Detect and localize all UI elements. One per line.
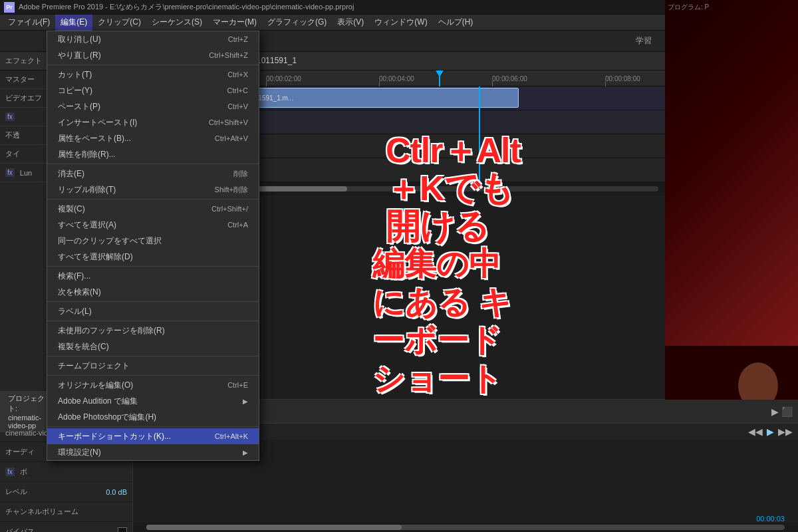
bypass-label: バイパス bbox=[5, 527, 35, 532]
dd-find[interactable]: 検索(F)... bbox=[47, 268, 259, 284]
level-label: レベル bbox=[5, 487, 27, 497]
menu-clip[interactable]: クリップ(C) bbox=[92, 15, 146, 31]
svg-rect-0 bbox=[665, 346, 798, 399]
dd-paste-attr-label: 属性をペースト(B)... bbox=[58, 133, 131, 144]
dd-remove-attr[interactable]: 属性を削除(R)... bbox=[47, 146, 259, 162]
master-label: マスター bbox=[5, 74, 35, 84]
dd-find-next-label: 次を検索(N) bbox=[58, 287, 101, 298]
right-time-display: 00:00:03 bbox=[756, 515, 785, 523]
export-button[interactable]: ⬛ bbox=[781, 406, 793, 417]
playhead-a1 bbox=[479, 110, 480, 134]
dd-ripple-delete-shortcut: Shift+削除 bbox=[215, 185, 248, 195]
ruler-mark-1: 00:00:02:00 bbox=[266, 70, 301, 86]
bypass-checkbox[interactable] bbox=[118, 527, 127, 533]
right-panel: プログラム: P 00:00:03 V3 bbox=[665, 52, 798, 399]
effects-label: エフェクト bbox=[5, 56, 42, 66]
dd-delete[interactable]: 消去(E) 削除 bbox=[47, 166, 259, 182]
playhead-track bbox=[479, 86, 480, 110]
menu-help[interactable]: ヘルプ(H) bbox=[433, 15, 479, 31]
dd-redo-shortcut: Ctrl+Shift+Z bbox=[209, 51, 248, 59]
menu-window[interactable]: ウィンドウ(W) bbox=[369, 15, 432, 31]
dd-keyboard-shortcuts-shortcut: Ctrl+Alt+K bbox=[215, 432, 248, 440]
fx-badge-bottom: fx bbox=[5, 467, 15, 476]
playhead-a2 bbox=[479, 134, 480, 158]
scrollbar-thumb[interactable] bbox=[146, 525, 402, 530]
dd-duplicate-label: 複製(C) bbox=[58, 203, 85, 215]
dd-deselect-all[interactable]: すべてを選択解除(D) bbox=[47, 249, 259, 265]
dd-select-same-clip[interactable]: 同一のクリップをすべて選択 bbox=[47, 233, 259, 249]
scrollbar-track[interactable] bbox=[146, 525, 785, 530]
ruler-mark-3: 00:00:06:00 bbox=[492, 70, 527, 86]
timeline-controls: ▶ ⬛ bbox=[771, 406, 793, 417]
dd-edit-original[interactable]: オリジナルを編集(O) Ctrl+E bbox=[47, 377, 259, 393]
dd-cut[interactable]: カット(T) Ctrl+X bbox=[47, 66, 259, 82]
play-stop[interactable]: ▶ bbox=[767, 426, 774, 437]
title-text: Adobe Premiere Pro 2019 - E:\なめらカメラ\prem… bbox=[19, 2, 354, 12]
dd-sep-8 bbox=[47, 375, 259, 376]
dd-label[interactable]: ラベル(L) bbox=[47, 303, 259, 319]
menu-marker[interactable]: マーカー(M) bbox=[207, 15, 262, 31]
playhead-arrow bbox=[436, 70, 444, 77]
dd-team-project[interactable]: チームプロジェクト bbox=[47, 358, 259, 374]
dd-consolidate[interactable]: 複製を統合(C) bbox=[47, 338, 259, 354]
video-clip-v1[interactable]: P1011591_1.m... bbox=[239, 88, 519, 108]
dd-sep-1 bbox=[47, 65, 259, 65]
lun-label: Lun bbox=[20, 169, 32, 177]
menu-graphic[interactable]: グラフィック(G) bbox=[262, 15, 332, 31]
dd-paste-shortcut: Ctrl+V bbox=[227, 102, 248, 110]
prev-frame[interactable]: ◀◀ bbox=[748, 426, 763, 437]
dd-duplicate-shortcut: Ctrl+Shift+/ bbox=[211, 205, 248, 213]
dd-redo-label: やり直し(R) bbox=[58, 50, 101, 61]
menu-file[interactable]: ファイル(F) bbox=[3, 15, 55, 31]
opacity-label: 不透 bbox=[5, 130, 20, 140]
next-frame[interactable]: ▶▶ bbox=[778, 426, 793, 437]
dd-preferences[interactable]: 環境設定(N) ▶ bbox=[47, 444, 259, 460]
dd-sep-4 bbox=[47, 266, 259, 267]
dd-copy-shortcut: Ctrl+C bbox=[227, 86, 248, 94]
dd-audition[interactable]: Adobe Audition で編集 ▶ bbox=[47, 393, 259, 409]
menu-view[interactable]: 表示(V) bbox=[332, 15, 369, 31]
dd-ripple-delete[interactable]: リップル削除(T) Shift+削除 bbox=[47, 182, 259, 198]
dd-deselect-all-label: すべてを選択解除(D) bbox=[58, 251, 133, 263]
dd-delete-unused-label: 未使用のフッテージを削除(R) bbox=[58, 325, 165, 336]
play-button[interactable]: ▶ bbox=[771, 406, 779, 417]
edit-dropdown-menu[interactable]: 取り消し(U) Ctrl+Z やり直し(R) Ctrl+Shift+Z カット(… bbox=[47, 31, 259, 461]
dd-consolidate-label: 複製を統合(C) bbox=[58, 341, 109, 352]
dd-undo[interactable]: 取り消し(U) Ctrl+Z bbox=[47, 31, 259, 47]
dd-redo[interactable]: やり直し(R) Ctrl+Shift+Z bbox=[47, 47, 259, 63]
dd-select-same-clip-label: 同一のクリップをすべて選択 bbox=[58, 235, 162, 247]
program-monitor: プログラム: P 00:00:03 bbox=[665, 52, 798, 399]
dd-select-all[interactable]: すべてを選択(A) Ctrl+A bbox=[47, 217, 259, 233]
dd-audition-arrow: ▶ bbox=[243, 398, 248, 405]
level-value: 0.0 dB bbox=[106, 488, 127, 496]
dd-sep-3 bbox=[47, 199, 259, 200]
dd-find-next[interactable]: 次を検索(N) bbox=[47, 284, 259, 300]
dd-paste[interactable]: ペースト(P) Ctrl+V bbox=[47, 98, 259, 114]
menu-edit[interactable]: 編集(E) bbox=[55, 15, 92, 31]
bo-label: ボ bbox=[20, 467, 27, 477]
dd-select-all-label: すべてを選択(A) bbox=[58, 219, 116, 231]
bottom-scrollbar[interactable] bbox=[133, 523, 798, 532]
dd-delete-unused[interactable]: 未使用のフッテージを削除(R) bbox=[47, 323, 259, 338]
dd-insert-paste[interactable]: インサートペースト(I) Ctrl+Shift+V bbox=[47, 114, 259, 130]
dd-audition-label: Adobe Audition で編集 bbox=[58, 396, 138, 407]
dd-paste-attr[interactable]: 属性をペースト(B)... Ctrl+Alt+V bbox=[47, 130, 259, 146]
dd-delete-label: 消去(E) bbox=[58, 168, 84, 180]
dd-cut-shortcut: Ctrl+X bbox=[227, 70, 248, 78]
menu-sequence[interactable]: シーケンス(S) bbox=[146, 15, 207, 31]
dd-copy[interactable]: コピー(Y) Ctrl+C bbox=[47, 82, 259, 98]
dd-delete-shortcut: 削除 bbox=[233, 169, 248, 179]
dd-sep-6 bbox=[47, 321, 259, 321]
dd-undo-shortcut: Ctrl+Z bbox=[228, 35, 248, 43]
channel-volume-item: チャンネルボリューム bbox=[0, 502, 132, 522]
dd-edit-original-label: オリジナルを編集(O) bbox=[58, 380, 133, 391]
dd-label-label: ラベル(L) bbox=[58, 306, 92, 317]
dd-photoshop[interactable]: Adobe Photoshopで編集(H) bbox=[47, 409, 259, 425]
dd-insert-paste-shortcut: Ctrl+Shift+V bbox=[209, 118, 248, 126]
dd-duplicate[interactable]: 複製(C) Ctrl+Shift+/ bbox=[47, 201, 259, 217]
playhead-a3 bbox=[479, 158, 480, 182]
dd-select-all-shortcut: Ctrl+A bbox=[227, 221, 248, 229]
dd-keyboard-shortcuts[interactable]: キーボードショートカット(K)... Ctrl+Alt+K bbox=[47, 428, 259, 444]
dd-keyboard-shortcuts-label: キーボードショートカット(K)... bbox=[58, 431, 171, 442]
workspace-learn[interactable]: 学習 bbox=[632, 34, 656, 48]
